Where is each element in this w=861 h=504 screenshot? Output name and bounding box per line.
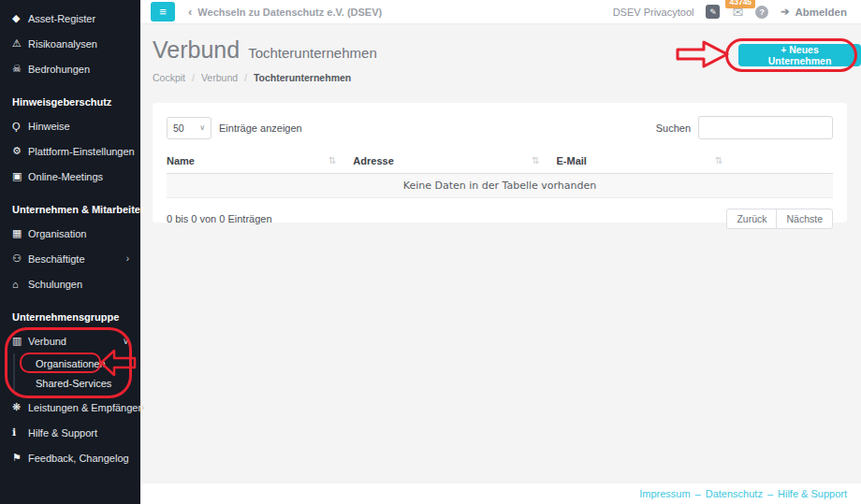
breadcrumb-item-verbund[interactable]: Verbund <box>201 72 238 83</box>
messages-count-badge: 43745 <box>725 0 755 8</box>
table-controls: 50 ∨ Einträge anzeigen Suchen <box>167 116 833 139</box>
breadcrumb-item-cockpit[interactable]: Cockpit <box>153 72 185 83</box>
back-chevron-icon: ‹ <box>188 5 192 19</box>
menu-toggle-button[interactable]: ≡ <box>151 2 175 22</box>
chevron-right-icon: › <box>141 402 144 412</box>
sort-icon[interactable]: ⇅ <box>715 155 722 166</box>
sidebar-group-verbund: ▥ Verbund ∨ Organisationen Shared-Servic… <box>0 328 140 393</box>
breadcrumb-item-current: Tochterunternehmen <box>254 72 351 83</box>
sidebar-item-label: Leistungen & Empfänger <box>28 402 141 413</box>
search-area: Suchen <box>656 116 833 139</box>
brand-label: DSEV Privacytool <box>613 7 694 18</box>
breadcrumb-separator: / <box>192 72 195 83</box>
column-label: Adresse <box>353 155 393 166</box>
topbar: ≡ ‹ Wechseln zu Datenschutz e.V. (DSEV) … <box>140 0 861 24</box>
new-company-button[interactable]: + Neues Unternehmen <box>738 44 861 66</box>
breadcrumb-separator: / <box>244 72 247 83</box>
sidebar-item-bedrohungen[interactable]: ☠ Bedrohungen <box>0 56 140 81</box>
sidebar-item-verbund[interactable]: ▥ Verbund ∨ <box>0 328 140 353</box>
breadcrumb: Cockpit / Verbund / Tochterunternehmen <box>153 72 847 83</box>
sort-icon[interactable]: ⇅ <box>328 155 336 166</box>
footer-link-datenschutz[interactable]: Datenschutz <box>706 488 763 499</box>
help-icon[interactable]: ? <box>755 6 768 19</box>
messages-button[interactable]: ✉ 43745 <box>732 4 743 21</box>
subsidiaries-table: Name ⇅ Adresse ⇅ E-Mail ⇅ Keine Daten in… <box>167 150 833 198</box>
logout-button[interactable]: ➔ Abmelden <box>781 6 847 18</box>
page-title: Verbund <box>153 36 240 64</box>
page-length-select[interactable]: 50 ∨ <box>167 117 212 139</box>
school-icon: ⌂ <box>12 279 28 290</box>
sidebar-subitem-shared-services[interactable]: Shared-Services <box>15 373 140 393</box>
sidebar-section-unternehmen-mitarbeiter: Unternehmen & Mitarbeiter <box>0 198 140 221</box>
switch-organisation-link[interactable]: ‹ Wechseln zu Datenschutz e.V. (DSEV) <box>188 5 382 19</box>
wrench-icon: ⚙ <box>12 145 28 157</box>
table-footer: 0 bis 0 von 0 Einträgen Zurück Nächste <box>167 209 833 229</box>
column-header-actions <box>739 150 833 174</box>
info-icon: ℹ <box>12 426 28 439</box>
table-header-row: Name ⇅ Adresse ⇅ E-Mail ⇅ <box>167 150 833 174</box>
people-icon: ⚇ <box>12 252 28 265</box>
sidebar-item-beschaeftigte[interactable]: ⚇ Beschäftigte › <box>0 246 140 271</box>
sidebar-item-asset-register[interactable]: ◆ Asset-Register <box>0 6 140 31</box>
column-header-name[interactable]: Name ⇅ <box>167 150 353 174</box>
caret-down-icon: ∨ <box>199 123 205 132</box>
sidebar-item-plattform-einstellungen[interactable]: ⚙ Plattform-Einstellungen <box>0 138 140 164</box>
sidebar-section-unternehmensgruppe: Unternehmensgruppe <box>0 306 140 328</box>
subsidiaries-card: 50 ∨ Einträge anzeigen Suchen Name ⇅ Adr… <box>153 103 847 223</box>
sidebar-item-label: Hinweise <box>28 121 70 132</box>
sidebar-section-hinweisgeberschutz: Hinweisgeberschutz <box>0 91 140 113</box>
sidebar-item-schulungen[interactable]: ⌂ Schulungen <box>0 271 140 296</box>
footer-link-hilfe-support[interactable]: Hilfe & Support <box>778 488 847 499</box>
logout-label: Abmelden <box>795 7 847 18</box>
previous-page-button[interactable]: Zurück <box>726 209 777 229</box>
empty-state-text: Keine Daten in der Tabelle vorhanden <box>167 174 833 198</box>
pagination: Zurück Nächste <box>726 209 833 229</box>
chevron-right-icon: › <box>126 253 129 264</box>
footer-link-impressum[interactable]: Impressum <box>639 488 690 499</box>
empty-state-row: Keine Daten in der Tabelle vorhanden <box>167 174 833 198</box>
column-header-email[interactable]: E-Mail ⇅ <box>557 150 740 174</box>
footer-separator: – <box>767 488 773 499</box>
sidebar-item-hinweise[interactable]: Ϙ Hinweise <box>0 113 140 138</box>
sidebar-item-label: Online-Meetings <box>28 171 103 182</box>
column-label: E-Mail <box>557 155 587 166</box>
page-length-value: 50 <box>173 122 184 134</box>
switch-organisation-label: Wechseln zu Datenschutz e.V. (DSEV) <box>197 7 382 18</box>
sidebar-item-organisation[interactable]: ▦ Organisation <box>0 221 140 246</box>
sidebar-item-label: Bedrohungen <box>28 64 90 75</box>
sidebar-item-label: Schulungen <box>28 279 82 290</box>
sidebar-item-label: Risikoanalysen <box>28 38 97 50</box>
page-length-label: Einträge anzeigen <box>219 122 302 134</box>
warning-icon: ⚠ <box>12 37 28 50</box>
megaphone-icon: ⚑ <box>12 452 28 464</box>
sidebar-item-label: Verbund <box>28 336 66 347</box>
sidebar: ◆ Asset-Register ⚠ Risikoanalysen ☠ Bedr… <box>0 0 140 504</box>
sidebar-item-label: Organisation <box>28 228 86 239</box>
edit-icon[interactable]: ✎ <box>706 5 720 19</box>
sidebar-item-label: Feedback, Changelog <box>28 453 129 464</box>
hamburger-icon: ≡ <box>159 6 167 18</box>
verbund-submenu: Organisationen Shared-Services <box>13 353 140 393</box>
next-page-button[interactable]: Nächste <box>776 209 833 229</box>
network-icon: ❋ <box>12 401 28 413</box>
column-label: Name <box>167 155 195 166</box>
sidebar-item-risikoanalysen[interactable]: ⚠ Risikoanalysen <box>0 31 140 56</box>
building-icon: ▦ <box>12 227 28 239</box>
column-header-adresse[interactable]: Adresse ⇅ <box>353 150 556 174</box>
gem-icon: ◆ <box>12 12 28 24</box>
sidebar-item-label: Hilfe & Support <box>28 427 97 439</box>
sidebar-item-label: Asset-Register <box>28 13 95 24</box>
sidebar-item-label: Plattform-Einstellungen <box>28 146 135 157</box>
sort-icon[interactable]: ⇅ <box>532 155 539 166</box>
sidebar-item-label: Beschäftigte <box>28 253 85 265</box>
skull-icon: ☠ <box>12 63 28 75</box>
sidebar-item-leistungen-empfaenger[interactable]: ❋ Leistungen & Empfänger › <box>0 395 140 420</box>
footer: Impressum – Datenschutz – Hilfe & Suppor… <box>140 483 861 504</box>
sidebar-item-hilfe-support[interactable]: ℹ Hilfe & Support <box>0 420 140 445</box>
logout-icon: ➔ <box>781 6 789 18</box>
video-camera-icon: ▣ <box>12 170 28 182</box>
sidebar-subitem-organisationen[interactable]: Organisationen <box>15 353 140 373</box>
sidebar-item-online-meetings[interactable]: ▣ Online-Meetings <box>0 164 140 189</box>
sidebar-item-feedback-changelog[interactable]: ⚑ Feedback, Changelog <box>0 445 140 470</box>
search-input[interactable] <box>698 116 833 139</box>
